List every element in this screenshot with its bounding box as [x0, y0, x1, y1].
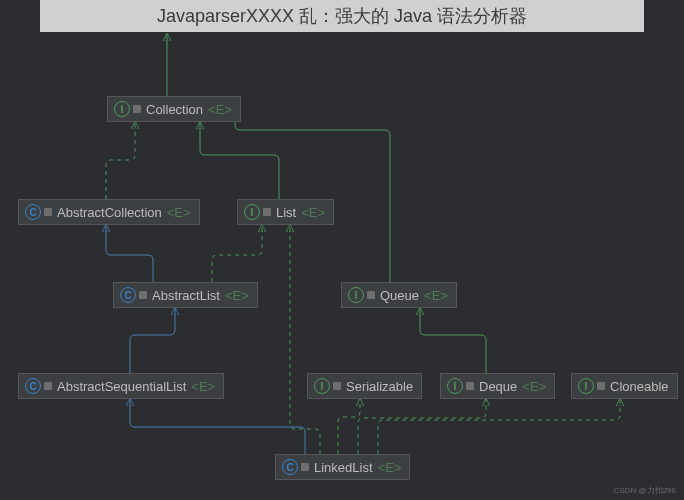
modif-icon	[466, 382, 474, 390]
title-text: JavaparserXXXX 乱：强大的 Java 语法分析器	[157, 4, 527, 28]
edge-layer	[0, 0, 684, 500]
node-queue[interactable]: IQueue<E>	[341, 282, 457, 308]
edge-queue-collection	[234, 109, 390, 282]
modif-icon	[263, 208, 271, 216]
modif-icon	[301, 463, 309, 471]
generic-label: <E>	[208, 102, 232, 117]
interface-icon: I	[114, 101, 130, 117]
edge-linkedlist-serializable	[338, 399, 360, 454]
generic-label: <E>	[522, 379, 546, 394]
node-label: Serializable	[346, 379, 413, 394]
edge-linkedlist-deque	[358, 399, 486, 454]
node-deque[interactable]: IDeque<E>	[440, 373, 555, 399]
interface-icon: I	[244, 204, 260, 220]
edge-deque-queue	[420, 308, 486, 373]
interface-icon: I	[447, 378, 463, 394]
edge-absseqlist-abstractlist	[130, 308, 175, 373]
node-label: Deque	[479, 379, 517, 394]
modif-icon	[44, 382, 52, 390]
generic-label: <E>	[378, 460, 402, 475]
node-absseqlist[interactable]: CAbstractSequentialList<E>	[18, 373, 224, 399]
edge-linkedlist-list	[290, 225, 320, 454]
edge-abstractlist-abscollection	[106, 225, 153, 282]
node-list[interactable]: IList<E>	[237, 199, 334, 225]
class-icon: C	[120, 287, 136, 303]
node-abstractlist[interactable]: CAbstractList<E>	[113, 282, 258, 308]
edge-linkedlist-cloneable	[378, 399, 620, 454]
node-label: LinkedList	[314, 460, 373, 475]
node-cloneable[interactable]: ICloneable	[571, 373, 678, 399]
interface-icon: I	[314, 378, 330, 394]
node-collection[interactable]: ICollection<E>	[107, 96, 241, 122]
node-label: AbstractCollection	[57, 205, 162, 220]
modif-icon	[597, 382, 605, 390]
watermark: CSDN @力扣296	[614, 485, 676, 496]
generic-label: <E>	[191, 379, 215, 394]
title-bar: JavaparserXXXX 乱：强大的 Java 语法分析器	[40, 0, 644, 32]
node-label: Queue	[380, 288, 419, 303]
class-icon: C	[282, 459, 298, 475]
node-label: AbstractList	[152, 288, 220, 303]
generic-label: <E>	[301, 205, 325, 220]
edge-list-collection	[200, 122, 279, 199]
node-label: List	[276, 205, 296, 220]
generic-label: <E>	[424, 288, 448, 303]
edge-linkedlist-absseqlist	[130, 399, 305, 454]
edge-abstractlist-list	[212, 225, 262, 282]
interface-icon: I	[348, 287, 364, 303]
modif-icon	[333, 382, 341, 390]
modif-icon	[139, 291, 147, 299]
class-icon: C	[25, 204, 41, 220]
node-label: Cloneable	[610, 379, 669, 394]
modif-icon	[44, 208, 52, 216]
edge-abscollection-collection	[106, 122, 135, 199]
interface-icon: I	[578, 378, 594, 394]
generic-label: <E>	[167, 205, 191, 220]
node-serializable[interactable]: ISerializable	[307, 373, 422, 399]
node-label: Collection	[146, 102, 203, 117]
node-label: AbstractSequentialList	[57, 379, 186, 394]
node-linkedlist[interactable]: CLinkedList<E>	[275, 454, 410, 480]
modif-icon	[133, 105, 141, 113]
node-abscollection[interactable]: CAbstractCollection<E>	[18, 199, 200, 225]
modif-icon	[367, 291, 375, 299]
generic-label: <E>	[225, 288, 249, 303]
class-icon: C	[25, 378, 41, 394]
